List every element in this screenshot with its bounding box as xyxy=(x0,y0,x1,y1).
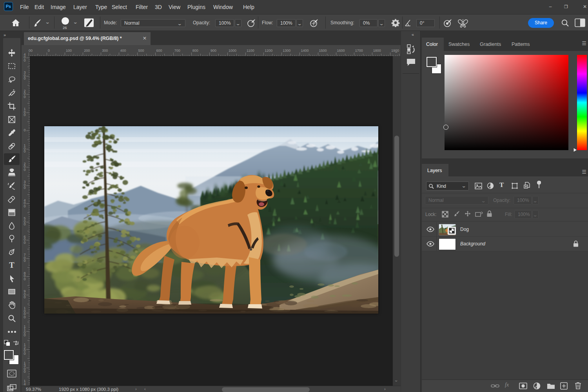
svg-text:T: T xyxy=(9,261,15,269)
